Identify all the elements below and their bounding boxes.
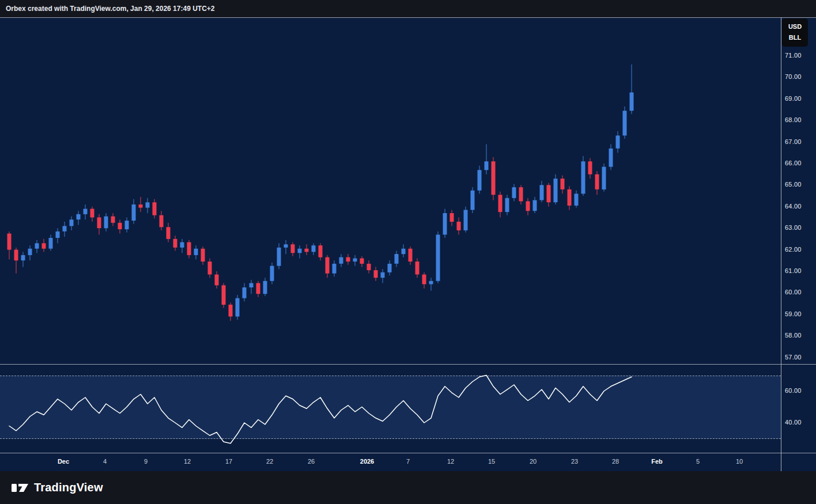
candle-body [381,272,385,278]
candle-body [250,283,254,288]
candle-body [588,161,592,174]
candle-body [505,198,509,212]
candle-body [90,209,95,218]
candle-body [547,185,551,202]
candle-body [616,135,620,148]
tradingview-wordmark: TradingView [34,481,103,494]
candle-body [581,161,585,194]
time-axis-label: Dec [58,458,69,465]
candle-body [97,217,101,228]
candle-body [526,201,530,211]
candle-body [374,270,378,278]
candle-body [609,149,613,167]
axis-separator-vertical [781,17,781,471]
footer: TradingView [0,471,816,504]
time-axis-label: 5 [696,458,700,465]
price-axis-label: 60.00 [785,289,802,295]
candle-body [201,249,205,262]
time-axis-label: 17 [225,458,232,465]
candle-body [471,191,475,210]
price-axis-label: 67.00 [785,138,802,145]
time-axis-label: 26 [308,458,315,465]
candle-body [49,238,53,249]
candle-body [561,179,565,190]
candle-body [153,202,157,215]
candlestick-series [0,17,781,364]
candle-body [388,264,392,272]
symbol-badge[interactable]: USD BLL [782,18,808,47]
candle-body [478,170,482,191]
oscillator-pane[interactable] [0,364,781,453]
time-axis-label: 22 [266,458,273,465]
candle-body [298,249,302,253]
candle-body [512,187,516,198]
candle-body [346,257,350,262]
candle-body [291,244,295,253]
candle-body [409,249,413,262]
pane-separator-middle [0,364,816,365]
time-axis-label: 10 [736,458,743,465]
time-axis-label: 2026 [360,458,374,465]
candle-body [77,214,81,219]
price-axis-label: 68.00 [785,116,802,123]
price-axis[interactable]: 71.0070.0069.0068.0067.0066.0065.0064.00… [781,17,816,471]
candle-body [623,111,627,135]
time-axis-label: 23 [571,458,578,465]
time-axis-label: Feb [651,458,663,465]
candle-body [595,175,599,190]
candle-body [160,215,164,228]
candle-body [312,245,316,252]
candle-body [436,234,440,281]
oscillator-series [0,364,781,453]
time-axis-label: 9 [144,458,148,465]
candle-body [415,262,420,274]
candle-body [125,221,129,229]
price-axis-label: 58.00 [785,332,802,339]
price-axis-label: 62.00 [785,246,802,253]
candle-body [167,227,171,239]
candle-body [457,222,461,230]
time-axis-label: 7 [406,458,410,465]
pane-separator-bottom [0,453,816,453]
candle-body [63,226,67,231]
candle-body [360,259,364,264]
candle-body [519,187,523,201]
tradingview-logo-link[interactable]: TradingView [12,481,103,494]
candle-body [208,262,212,274]
time-axis-label: 12 [447,458,454,465]
candle-body [118,223,122,229]
candle-body [35,243,39,248]
time-axis-label: 4 [103,458,107,465]
time-axis-label: 12 [184,458,191,465]
candle-body [111,217,115,223]
candle-body [270,266,274,281]
candle-body [319,245,323,257]
candle-body [263,281,267,294]
price-axis-label: 63.00 [785,224,802,231]
candle-body [443,213,447,234]
candle-body [367,264,371,270]
candle-body [422,275,426,285]
candle-body [146,202,150,207]
candle-body [256,283,260,294]
candle-body [236,298,240,317]
time-axis-label: 28 [612,458,619,465]
candle-body [568,190,572,206]
candle-body [402,249,406,254]
candle-body [222,285,226,305]
candle-body [305,249,309,252]
candle-body [215,275,219,286]
candle-body [485,161,489,170]
candle-body [132,204,136,221]
chart-container: Dec4912172226202671215202328Feb510 71.00… [0,17,816,471]
candle-body [243,287,247,298]
tradingview-logo-icon [12,482,29,494]
attribution-text: Orbex created with TradingView.com, Jan … [6,5,215,13]
price-pane[interactable] [0,17,781,364]
time-axis[interactable]: Dec4912172226202671215202328Feb510 [0,453,781,471]
candle-body [56,232,60,238]
candle-body [339,257,343,264]
candle-body [464,210,468,230]
candle-body [450,213,454,222]
candle-body [194,249,198,255]
